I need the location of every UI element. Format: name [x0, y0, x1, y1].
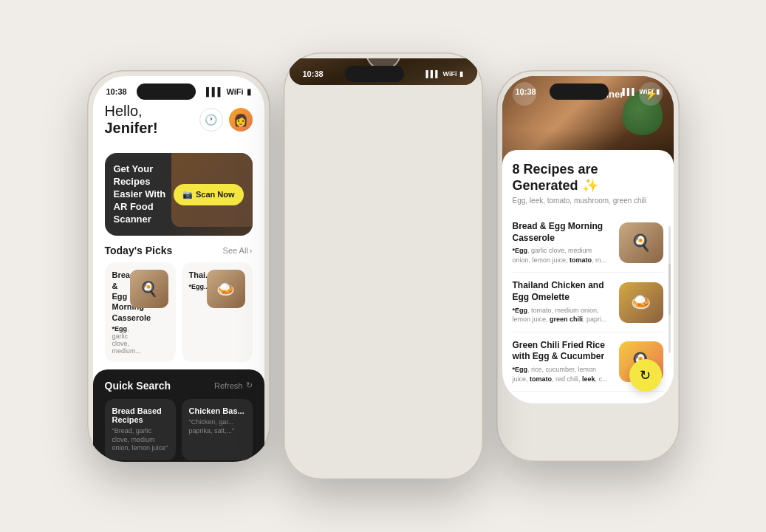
qs-title: Quick Search — [105, 380, 171, 392]
picks-row: Bread & Egg Morning Casserole *Egg, garl… — [93, 262, 264, 361]
dynamic-island-1 — [137, 83, 196, 100]
pick-card-2[interactable]: Thai... *Egg... 🍛 — [182, 262, 253, 361]
wifi-icon-2: WiFi — [443, 70, 457, 78]
header-icons: 🕐 👩 — [199, 108, 253, 132]
qs-cards: Bread Based Recipes "Bread, garlic clove… — [105, 399, 253, 460]
refresh-fab[interactable]: ↻ — [629, 359, 662, 392]
recipe-info-3: Green Chili Fried Rice with Egg & Cucumb… — [513, 340, 612, 383]
battery-icon-1: ▮ — [247, 87, 251, 97]
scrollbar[interactable] — [668, 226, 671, 353]
status-bar-2: 10:38 ▌▌▌ WiFi ▮ — [290, 58, 477, 85]
signal-icon-1: ▌▌▌ — [206, 87, 223, 96]
see-all-link[interactable]: See All › — [223, 246, 253, 255]
greeting-text: Hello, Jenifer! — [105, 103, 199, 137]
recipe-info-1: Bread & Egg Morning Casserole *Egg, garl… — [513, 221, 612, 265]
results-title: 8 Recipes are Generated ✨ — [513, 162, 663, 194]
banner-text: Get Your Recipes Easier With AR Food Sca… — [114, 163, 174, 225]
results-section: 8 Recipes are Generated ✨ Egg, leek, tom… — [502, 150, 674, 403]
banner: Get Your Recipes Easier With AR Food Sca… — [105, 153, 253, 236]
todays-picks-title: Today's Picks — [105, 245, 173, 256]
greeting-name: Jenifer! — [105, 120, 158, 136]
phone1-header: Hello, Jenifer! 🕐 👩 — [93, 103, 264, 153]
status-icons-1: ▌▌▌ WiFi ▮ — [206, 87, 251, 97]
recipe-card-1[interactable]: Bread & Egg Morning Casserole *Egg, garl… — [513, 214, 663, 273]
qs-card-1[interactable]: Bread Based Recipes "Bread, garlic clove… — [105, 399, 176, 460]
time-2: 10:38 — [303, 69, 324, 78]
battery-icon-2: ▮ — [459, 70, 463, 78]
qs-header: Quick Search Refresh ↻ — [105, 380, 253, 392]
scan-now-button[interactable]: 📷 Scan Now — [174, 184, 244, 205]
pick-title-1: Bread & Egg Morning Casserole — [112, 270, 124, 322]
signal-icon-2: ▌▌▌ — [425, 70, 440, 78]
battery-icon-3: ▮ — [656, 88, 660, 95]
dynamic-island-2 — [345, 66, 404, 82]
phone-2: 10:38 ▌▌▌ WiFi ▮ ← Recipe Scanner ⚡ — [284, 52, 483, 480]
qs-card-title-2: Chicken Bas... — [189, 406, 245, 415]
results-subtitle: Egg, leek, tomato, mushroom, green chili — [513, 197, 663, 205]
qs-card-sub-2: "Chicken, gar... paprika, salt,..." — [189, 418, 245, 435]
avatar[interactable]: 👩 — [229, 108, 253, 132]
greeting-row: Hello, Jenifer! 🕐 👩 — [105, 103, 253, 137]
recipe-img-2: 🍛 — [619, 282, 663, 323]
pick-title-2: Thai... — [189, 270, 201, 280]
wifi-icon-3: WiFi — [640, 88, 654, 95]
recipe-title-1: Bread & Egg Morning Casserole — [513, 221, 612, 244]
status-bar-1: 10:38 ▌▌▌ WiFi ▮ — [93, 76, 264, 103]
recipe-sub-1: *Egg, garlic clove, medium onion, lemon … — [513, 246, 612, 265]
status-icons-3: ▌▌▌ WiFi ▮ — [622, 88, 660, 95]
phone-1: 10:38 ▌▌▌ WiFi ▮ Hello, Jenifer! — [87, 70, 270, 462]
recipe-title-2: Thailand Chicken and Egg Omelette — [513, 280, 612, 303]
clock-button[interactable]: 🕐 — [199, 108, 223, 132]
time-1: 10:38 — [106, 87, 127, 96]
qs-card-2[interactable]: Chicken Bas... "Chicken, gar... paprika,… — [182, 399, 253, 460]
recipe-sub-3: *Egg, rice, cucumber, lemon juice, tomat… — [513, 365, 612, 383]
wifi-icon-1: WiFi — [226, 87, 243, 96]
scan-icon: 📷 — [182, 190, 193, 200]
pick-info-1: Bread & Egg Morning Casserole *Egg, garl… — [112, 270, 124, 354]
pick-img-1: 🍳 — [130, 270, 168, 308]
pick-info-2: Thai... *Egg... — [189, 270, 201, 290]
pick-card-1[interactable]: Bread & Egg Morning Casserole *Egg, garl… — [105, 262, 176, 361]
todays-picks-header: Today's Picks See All › — [93, 245, 264, 256]
pick-img-2: 🍛 — [207, 270, 245, 308]
signal-icon-3: ▌▌▌ — [622, 88, 636, 95]
recipe-info-2: Thailand Chicken and Egg Omelette *Egg, … — [513, 280, 612, 324]
status-bar-3: 10:38 ▌▌▌ WiFi ▮ — [502, 76, 674, 103]
dynamic-island-3 — [550, 83, 609, 100]
time-3: 10:38 — [516, 87, 536, 96]
recipe-sub-2: *Egg, tomato, medium onion, lemon juice,… — [513, 306, 612, 324]
recipe-title-3: Green Chili Fried Rice with Egg & Cucumb… — [513, 340, 612, 363]
phone-3: 10:38 ▌▌▌ WiFi ▮ ← Recipe Scanner ⚡ — [496, 70, 680, 462]
scene: 10:38 ▌▌▌ WiFi ▮ Hello, Jenifer! — [0, 0, 766, 532]
qs-card-sub-1: "Bread, garlic clove, medium onion, lemo… — [112, 427, 168, 453]
recipe-card-2[interactable]: Thailand Chicken and Egg Omelette *Egg, … — [513, 273, 663, 332]
qs-card-title-1: Bread Based Recipes — [112, 406, 168, 424]
pick-ingr-1: *Egg, garlic clove, medium... — [112, 325, 124, 355]
quick-search: Quick Search Refresh ↻ Bread Based Recip… — [93, 369, 264, 462]
status-icons-2: ▌▌▌ WiFi ▮ — [425, 70, 463, 78]
pick-ingr-2: *Egg... — [189, 283, 201, 290]
refresh-button[interactable]: Refresh ↻ — [214, 381, 253, 390]
recipe-img-1: 🍳 — [619, 222, 663, 263]
